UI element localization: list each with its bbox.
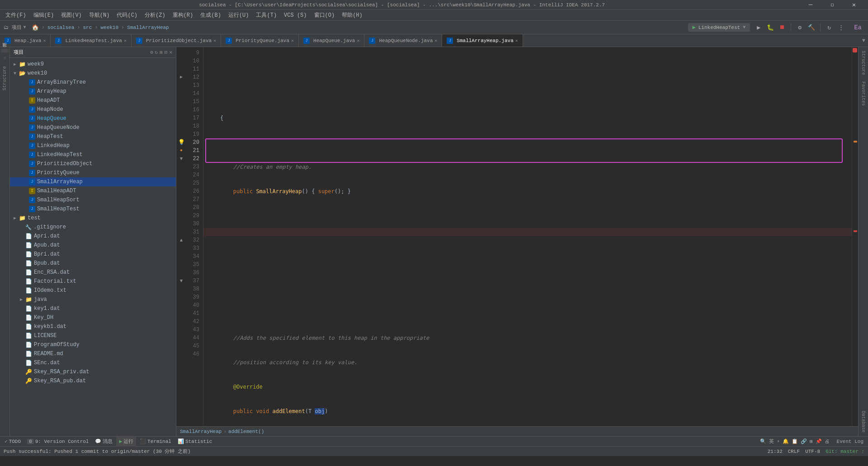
tree-item-test[interactable]: ▶ 📁 test — [10, 214, 176, 223]
tree-item-bpridat[interactable]: 📄 Bpri.dat — [10, 250, 176, 259]
tree-item-prioritizedobject[interactable]: J PrioritizedObject — [10, 159, 176, 168]
encoding[interactable]: UTF-8 — [805, 449, 820, 454]
menu-item-refactor[interactable]: 重构(R) — [169, 10, 197, 20]
sidebar-expand-icon[interactable]: ⊞ — [160, 49, 163, 55]
tree-item-heapadt[interactable]: I HeapADT — [10, 96, 176, 105]
tree-item-factorialtxt[interactable]: 📄 Factorial.txt — [10, 277, 176, 286]
tray-icon-6[interactable]: 📌 — [816, 438, 822, 444]
tree-item-key1dat[interactable]: 📄 key1.dat — [10, 304, 176, 313]
version-control-btn[interactable]: 0 9: Version Control — [24, 437, 91, 447]
sidebar-sync-icon[interactable]: ↻ — [155, 49, 158, 55]
tree-item-iodemotxt[interactable]: 📄 IOdemo.txt — [10, 286, 176, 295]
tree-item-bpubdat[interactable]: 📄 Bpub.dat — [10, 259, 176, 268]
tab-priorityqueue-close[interactable]: ✕ — [291, 38, 294, 43]
database-right-btn[interactable]: Database — [860, 409, 867, 434]
breadcrumb-src[interactable]: src — [83, 25, 92, 30]
tree-item-skeyrsapubdat[interactable]: 🔑 Skey_RSA_pub.dat — [10, 376, 176, 385]
menu-item-view[interactable]: 视图(V) — [57, 10, 85, 20]
project-selector[interactable]: 🗂 项目 ▼ — [4, 24, 26, 31]
tree-item-java-folder[interactable]: ▶ 📁 java — [10, 295, 176, 304]
run-button[interactable]: ▶ — [754, 23, 764, 33]
tree-item-keykb1dat[interactable]: 📄 keykb1.dat — [10, 322, 176, 331]
tree-item-arraybinarytree[interactable]: J ArrayBinaryTree — [10, 78, 176, 87]
menu-item-file[interactable]: 文件(F) — [2, 10, 30, 20]
tab-prioritizedobject[interactable]: J PrioritizedObject.java ✕ — [132, 34, 221, 47]
tree-item-keydh[interactable]: 📄 Key_DH — [10, 313, 176, 322]
cursor-position[interactable]: 21:32 — [768, 449, 783, 454]
sidebar-close-icon[interactable]: ✕ — [169, 49, 172, 55]
tree-item-heapqueuenode[interactable]: J HeapQueueNode — [10, 123, 176, 132]
tab-smallarrayheap[interactable]: J SmallArrayHeap.java ✕ — [442, 34, 523, 47]
messages-btn[interactable]: 💬 消息 — [92, 437, 115, 447]
tree-item-smallheaptest[interactable]: J SmallHeapTest — [10, 204, 176, 214]
breadcrumb-socialsea[interactable]: socialsea — [47, 25, 74, 30]
tab-heapqueuenode-close[interactable]: ✕ — [434, 38, 437, 43]
tree-item-encrsadat[interactable]: 📄 Enc_RSA.dat — [10, 268, 176, 277]
menu-item-navigate[interactable]: 导航(N) — [85, 10, 113, 20]
tree-item-heapqueue[interactable]: J HeapQueue — [10, 114, 176, 123]
todo-btn[interactable]: ✓ TODO — [2, 437, 24, 447]
gutter-fold-37[interactable]: ▼ — [180, 277, 183, 285]
menu-item-run[interactable]: 运行(U) — [225, 10, 253, 20]
tray-icon-7[interactable]: 🖨 — [825, 438, 830, 444]
settings-button[interactable]: ⚙ — [795, 23, 805, 33]
close-btn[interactable]: ✕ — [844, 0, 864, 10]
breadcrumb-file[interactable]: SmallArrayHeap — [127, 25, 169, 30]
tree-item-apubdat[interactable]: 📄 Apub.dat — [10, 241, 176, 250]
statistic-btn[interactable]: 📊 Statistic — [175, 437, 215, 447]
tab-heapqueue[interactable]: J HeapQueue.java ✕ — [299, 34, 364, 47]
tray-icon-3[interactable]: 📋 — [792, 438, 798, 444]
sidebar-collapse-icon[interactable]: ⊟ — [165, 49, 168, 55]
ime-indicator[interactable]: 🔍 英 — [760, 438, 774, 445]
tree-item-sencdat[interactable]: 📄 SEnc.dat — [10, 358, 176, 367]
menu-item-vcs[interactable]: VCS (S) — [280, 11, 310, 19]
structure-left-btn[interactable]: Structure — [2, 66, 7, 90]
project-tree[interactable]: ▶ 📁 week9 ▼ 📂 week10 J ArrayBinaryTree J… — [10, 58, 176, 436]
tree-item-smallheapadt[interactable]: I SmallHeapADT — [10, 186, 176, 195]
breadcrumb-methodname[interactable]: addElement() — [228, 429, 264, 434]
tray-icon-4[interactable]: 🔗 — [801, 438, 807, 444]
maximize-btn[interactable]: ◻ — [822, 0, 843, 10]
menu-item-code[interactable]: 代码(C) — [113, 10, 141, 20]
tree-item-readme[interactable]: 📄 README.md — [10, 349, 176, 358]
git-branch[interactable]: Git: master ↑ — [826, 449, 864, 454]
tab-heap[interactable]: J Heap.java ✕ — [0, 34, 51, 47]
nav-icon-home[interactable]: 🏠 — [32, 24, 39, 31]
tray-icon-2[interactable]: 🔔 — [783, 438, 789, 444]
breadcrumb-week10[interactable]: week10 — [100, 25, 118, 30]
tab-smallarrayheap-close[interactable]: ✕ — [515, 38, 518, 43]
tab-prioritizedobject-close[interactable]: ✕ — [213, 38, 216, 43]
update-button[interactable]: ↻ — [824, 23, 834, 33]
debug-button[interactable]: 🐛 — [765, 23, 775, 33]
bulb-line20[interactable]: 💡 — [178, 138, 185, 147]
favorites-right-btn[interactable]: Favorites — [860, 80, 867, 108]
tab-menu-btn[interactable]: ▼ — [859, 38, 868, 44]
code-content[interactable]: { //Creates an empty heap. public SmallA… — [203, 47, 852, 426]
line-separator[interactable]: CRLF — [788, 449, 800, 454]
run-panel-btn[interactable]: ▶ 运行 — [116, 437, 136, 447]
tree-item-arrayheap[interactable]: J ArrayHeap — [10, 87, 176, 96]
menu-item-help[interactable]: 帮助(H) — [338, 10, 366, 20]
gutter-fold-22[interactable]: ▼ — [180, 155, 183, 163]
sidebar-gear-icon[interactable]: ⚙ — [150, 49, 153, 55]
tab-linkedheaptest[interactable]: J LinkedHeapTest.java ✕ — [51, 34, 131, 47]
tree-item-smallarrayheap[interactable]: J SmallArrayHeap — [10, 177, 176, 186]
stop-button[interactable]: ⏹ — [777, 23, 787, 33]
code-editor[interactable]: ▶ 💡 ● ▼ ▲ — [176, 47, 858, 426]
tab-heapqueue-close[interactable]: ✕ — [357, 38, 359, 43]
tree-item-license[interactable]: 📄 LICENSE — [10, 331, 176, 340]
tree-item-linkedheap[interactable]: J LinkedHeap — [10, 141, 176, 150]
fav-btn[interactable]: ☆ — [1, 53, 9, 62]
build-button[interactable]: 🔨 — [807, 23, 816, 33]
tree-item-gitignore[interactable]: 🔧 .gitignore — [10, 223, 176, 232]
tab-priorityqueue[interactable]: J PriorityQueue.java ✕ — [221, 34, 299, 47]
tree-item-programofstudy[interactable]: 📄 ProgramOfStudy — [10, 340, 176, 349]
project-view-btn[interactable]: 项目 — [1, 49, 9, 52]
tab-heap-close[interactable]: ✕ — [43, 38, 46, 43]
tray-icon-5[interactable]: ⊞ — [810, 438, 813, 444]
tree-item-heapnode[interactable]: J HeapNode — [10, 105, 176, 114]
gutter-fold-32[interactable]: ▲ — [180, 236, 183, 244]
event-log-btn[interactable]: Event Log — [834, 439, 866, 444]
run-config-selector[interactable]: ▶ LinkedHeapTest ▼ — [688, 23, 750, 32]
tree-item-week9[interactable]: ▶ 📁 week9 — [10, 60, 176, 69]
